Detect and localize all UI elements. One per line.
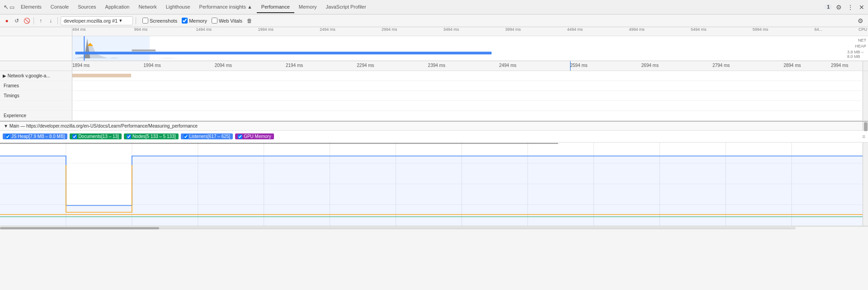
- overview-left: [0, 36, 72, 61]
- scrollbar-thumb[interactable]: [864, 122, 868, 131]
- memory-chart-canvas[interactable]: [0, 143, 863, 226]
- legend-nodes-label: Nodes[5 133 – 5 133]: [132, 134, 176, 139]
- web-vitals-check-input[interactable]: [212, 18, 217, 24]
- upload-button[interactable]: ↑: [37, 17, 45, 25]
- h-scrollbar-track[interactable]: [0, 227, 796, 229]
- record-button[interactable]: ●: [3, 17, 11, 25]
- memory-url-row: ▼ Main — https://developer.mozilla.org/e…: [0, 121, 868, 131]
- ms-marker-9: 4994 ms: [629, 27, 645, 32]
- svg-rect-4: [132, 49, 156, 51]
- ms-marker-6: 3494 ms: [443, 27, 459, 32]
- close-button[interactable]: ✕: [857, 2, 866, 13]
- ruler-ms-4: 2294 ms: [357, 63, 374, 68]
- more-button[interactable]: ⋮: [845, 2, 855, 13]
- trash-button[interactable]: 🗑: [247, 18, 252, 24]
- ruler-ms-8: 2694 ms: [642, 63, 659, 68]
- tab-js-profiler[interactable]: JavaScript Profiler: [321, 1, 371, 13]
- legend-nodes-check[interactable]: [127, 134, 131, 139]
- track-experience-label: Experience: [0, 111, 72, 120]
- download-button[interactable]: ↓: [47, 17, 55, 25]
- reload-button[interactable]: ↺: [13, 17, 21, 25]
- timeline-cursor: [570, 61, 571, 71]
- legend-nodes[interactable]: Nodes[5 133 – 5 133]: [124, 133, 179, 139]
- legend-js-heap[interactable]: JS Heap[7.9 MB – 8.0 MB]: [3, 133, 67, 139]
- memory-checkbox[interactable]: Memory: [182, 18, 207, 24]
- legend-gpu-check[interactable]: [238, 134, 242, 139]
- cpu-label: CPU: [859, 27, 867, 32]
- memory-svg: [0, 143, 863, 226]
- heap-label: HEAP: [855, 44, 866, 48]
- memory-check-input[interactable]: [182, 18, 188, 24]
- ruler-ms-2: 2094 ms: [215, 63, 232, 68]
- overview-left-spacer: [0, 27, 72, 36]
- ruler-ms-7: 2594 ms: [570, 63, 587, 68]
- track-timings: Timings: [0, 91, 868, 101]
- legend-js-heap-check[interactable]: [5, 134, 10, 139]
- empty-scrollbar: [863, 101, 868, 110]
- screenshots-check-input[interactable]: [142, 18, 148, 24]
- web-vitals-checkbox[interactable]: Web Vitals: [212, 18, 242, 24]
- overview-chart[interactable]: [72, 36, 845, 61]
- tracks-container: ▶ Network v.google-a... Frames Timings E…: [0, 71, 868, 121]
- bottom-bar: [0, 226, 868, 230]
- track-empty: [0, 101, 868, 111]
- tab-application[interactable]: Application: [101, 1, 134, 13]
- tab-console[interactable]: Console: [46, 1, 73, 13]
- ms-marker-0: 494 ms: [72, 27, 86, 32]
- legend-documents-check[interactable]: [72, 134, 77, 139]
- tab-memory[interactable]: Memory: [294, 1, 321, 13]
- ruler-ms-6: 2494 ms: [499, 63, 516, 68]
- memory-url-label[interactable]: ▼ Main — https://developer.mozilla.org/e…: [0, 122, 863, 130]
- svg-rect-3: [75, 52, 492, 54]
- track-network-content: [72, 71, 863, 81]
- legend-js-heap-label: JS Heap[7.9 MB – 8.0 MB]: [11, 134, 65, 139]
- track-frames: Frames: [0, 81, 868, 91]
- svg-marker-20: [0, 156, 863, 226]
- ms-marker-5: 2994 ms: [382, 27, 397, 32]
- screenshots-label: Screenshots: [150, 18, 177, 24]
- net-label: NET: [858, 38, 866, 43]
- checkbox-group: Screenshots Memory Web Vitals 🗑: [142, 18, 252, 24]
- track-frames-content: [72, 81, 863, 90]
- ms-marker-8: 4494 ms: [567, 27, 583, 32]
- ruler-ms-0: 1894 ms: [72, 63, 90, 68]
- tab-performance-insights[interactable]: Performance insights ▲: [195, 1, 257, 13]
- web-vitals-label: Web Vitals: [219, 18, 242, 24]
- tab-lighthouse[interactable]: Lighthouse: [161, 1, 195, 13]
- overview-right: CPU: [845, 27, 868, 36]
- legend-listeners-label: Listeners[617 – 625]: [189, 134, 231, 139]
- tab-performance[interactable]: Performance: [257, 1, 294, 13]
- track-scrollbar: [863, 71, 868, 81]
- frames-label-text: Frames: [4, 83, 19, 88]
- divider-2: [57, 17, 58, 24]
- badge: 1: [824, 4, 832, 10]
- network-bar: [72, 74, 131, 77]
- ms-marker-11: 5994 ms: [753, 27, 769, 32]
- legend-listeners[interactable]: Listeners[617 – 625]: [181, 133, 233, 139]
- tab-sources[interactable]: Sources: [73, 1, 100, 13]
- ruler-track: 1894 ms 1994 ms 2094 ms 2194 ms 2294 ms …: [72, 61, 863, 71]
- device-icon: ▭: [9, 4, 14, 10]
- url-text: developer.mozilla.org #1: [64, 18, 118, 24]
- screenshots-checkbox[interactable]: Screenshots: [142, 18, 177, 24]
- legend-menu-icon[interactable]: ≡: [862, 133, 865, 140]
- track-experience-content: [72, 111, 863, 120]
- divider-3: [136, 17, 136, 24]
- h-scrollbar-thumb[interactable]: [0, 227, 159, 229]
- url-selector[interactable]: developer.mozilla.org #1 ▾: [61, 16, 133, 25]
- clear-button[interactable]: 🚫: [23, 17, 31, 25]
- track-timings-content: [72, 91, 863, 100]
- track-network-label[interactable]: ▶ Network v.google-a...: [0, 71, 72, 81]
- overview-chart-row: NET HEAP 3.8 MB – 8.0 MB: [0, 36, 868, 61]
- legend-listeners-check[interactable]: [184, 134, 188, 139]
- memory-chart-scrollbar: [863, 143, 868, 226]
- toolbar-settings-button[interactable]: ⚙: [856, 15, 865, 26]
- ruler-ms-5: 2394 ms: [428, 63, 445, 68]
- tab-network[interactable]: Network: [134, 1, 161, 13]
- ms-marker-3: 1994 ms: [258, 27, 274, 32]
- settings-button[interactable]: ⚙: [834, 2, 844, 13]
- ms-marker-4: 2494 ms: [320, 27, 335, 32]
- legend-gpu[interactable]: GPU Memory: [235, 133, 274, 139]
- tab-elements[interactable]: Elements: [16, 1, 46, 13]
- legend-documents[interactable]: Documents[13 – 13]: [70, 133, 122, 139]
